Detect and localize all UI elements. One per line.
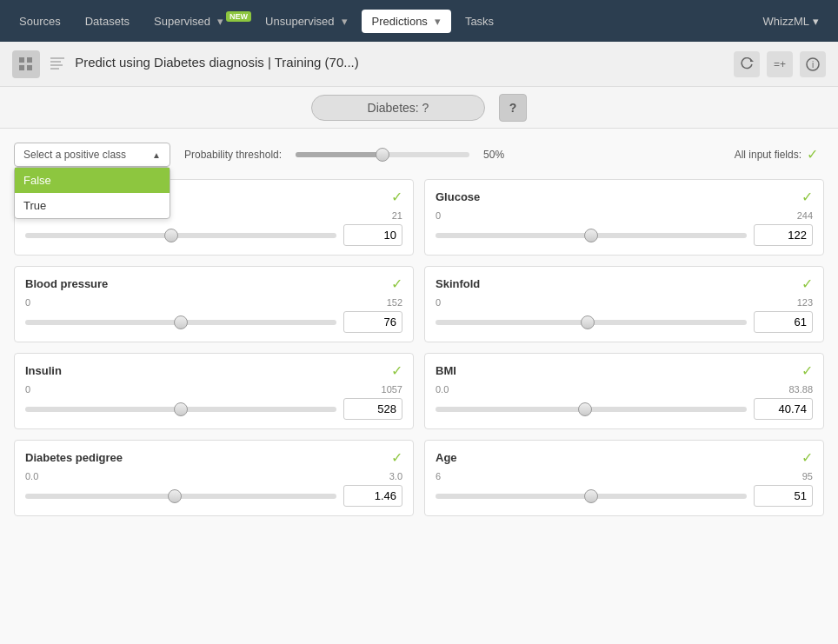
field-card-blood_pressure: Blood pressure ✓ 0 152 [14,266,414,342]
field-thumb-insulin[interactable] [174,402,188,416]
field-range-glucose: 0 244 [436,210,813,221]
field-min-skinfold: 0 [436,297,441,308]
field-check-skinfold[interactable]: ✓ [801,276,813,292]
field-card-age: Age ✓ 6 95 [424,440,824,516]
field-value-skinfold[interactable] [754,311,813,333]
fields-grid: ✓ 0 21 Glucose ✓ 0 244 Blo [14,179,824,516]
field-min-blood_pressure: 0 [25,297,30,308]
field-thumb-age[interactable] [584,489,598,503]
secondary-bar: Predict using Diabetes diagnosis | Train… [0,42,838,87]
svg-rect-7 [50,68,59,70]
code-icon[interactable]: =+ [767,51,793,77]
field-track-unnamed[interactable] [25,233,336,238]
field-card-diabetes_pedigree: Diabetes pedigree ✓ 0.0 3.0 [14,440,414,516]
field-header-insulin: Insulin ✓ [25,362,402,379]
field-track-diabetes_pedigree[interactable] [25,494,336,499]
question-button[interactable]: ? [499,94,527,122]
field-value-glucose[interactable] [754,224,813,246]
field-track-bmi[interactable] [436,407,747,412]
svg-rect-5 [50,61,61,63]
field-thumb-glucose[interactable] [584,229,598,242]
svg-marker-8 [750,58,754,62]
field-value-age[interactable] [754,485,813,507]
dropdown-chevron [152,149,161,161]
threshold-slider-container[interactable] [296,152,469,157]
predict-target: Diabetes: ? [311,95,485,121]
field-value-unnamed[interactable] [343,224,402,246]
unsupervised-chevron: ▾ [342,15,348,28]
field-thumb-skinfold[interactable] [581,315,595,329]
predict-bar: Diabetes: ? ? [0,87,838,129]
field-range-skinfold: 0 123 [436,297,813,308]
svg-rect-1 [27,57,32,63]
field-name-insulin: Insulin [25,364,62,377]
field-card-skinfold: Skinfold ✓ 0 123 [424,266,824,342]
svg-rect-2 [19,65,24,70]
field-check-unnamed[interactable]: ✓ [391,189,402,205]
info-icon[interactable]: i [800,51,826,77]
field-check-blood_pressure[interactable]: ✓ [391,276,402,292]
field-slider-row-unnamed [25,224,402,246]
field-min-insulin: 0 [25,384,30,395]
field-track-age[interactable] [436,494,747,499]
field-thumb-diabetes_pedigree[interactable] [168,489,182,503]
main-content: Select a positive class False True Proba… [0,129,838,644]
field-min-bmi: 0.0 [436,384,449,395]
field-name-diabetes_pedigree: Diabetes pedigree [25,451,123,464]
nav-tasks[interactable]: Tasks [455,10,504,33]
field-thumb-unnamed[interactable] [164,229,178,242]
field-card-glucose: Glucose ✓ 0 244 [424,179,824,256]
field-name-glucose: Glucose [436,190,480,203]
nav-unsupervised[interactable]: Unsupervised ▾ [255,10,358,33]
field-value-insulin[interactable] [343,398,402,420]
field-slider-row-age [436,485,813,507]
grid-icon[interactable] [12,50,40,78]
svg-rect-0 [19,57,24,63]
field-check-insulin[interactable]: ✓ [391,362,402,379]
nav-predictions[interactable]: Predictions ▾ [362,10,451,33]
all-fields-check-icon[interactable]: ✓ [807,146,824,163]
field-header-age: Age ✓ [436,449,813,466]
field-track-glucose[interactable] [436,233,747,238]
svg-rect-3 [27,65,32,70]
threshold-track[interactable] [296,152,469,157]
field-thumb-blood_pressure[interactable] [174,315,188,329]
field-range-age: 6 95 [436,471,813,481]
field-max-insulin: 1057 [382,384,402,395]
field-check-bmi[interactable]: ✓ [801,362,813,379]
field-range-blood_pressure: 0 152 [25,297,402,308]
field-thumb-bmi[interactable] [578,402,592,416]
dropdown-trigger[interactable]: Select a positive class [14,143,170,167]
page-title: Predict using Diabetes diagnosis | Train… [49,55,725,72]
dropdown-option-false[interactable]: False [15,168,170,193]
field-check-age[interactable]: ✓ [801,449,813,466]
field-check-diabetes_pedigree[interactable]: ✓ [391,449,402,466]
field-value-diabetes_pedigree[interactable] [343,485,402,507]
dropdown-option-true[interactable]: True [15,193,170,218]
field-range-insulin: 0 1057 [25,384,402,395]
nav-supervised[interactable]: Supervised NEW ▾ [143,10,251,33]
predictions-chevron: ▾ [435,15,441,28]
field-check-glucose[interactable]: ✓ [801,189,813,205]
field-max-skinfold: 123 [797,297,813,308]
svg-rect-4 [50,57,64,59]
field-value-blood_pressure[interactable] [343,311,402,333]
nav-sources[interactable]: Sources [9,10,71,33]
field-track-skinfold[interactable] [436,320,747,325]
nav-datasets[interactable]: Datasets [75,10,140,33]
field-header-skinfold: Skinfold ✓ [436,276,813,292]
positive-class-dropdown[interactable]: Select a positive class False True [14,143,170,167]
nav-user[interactable]: WhizzML ▾ [753,10,829,33]
field-value-bmi[interactable] [754,398,813,420]
field-slider-row-diabetes_pedigree [25,485,402,507]
field-header-diabetes_pedigree: Diabetes pedigree ✓ [25,449,402,466]
field-track-blood_pressure[interactable] [25,320,336,325]
field-range-bmi: 0.0 83.88 [436,384,813,395]
field-range-diabetes_pedigree: 0.0 3.0 [25,471,402,481]
threshold-thumb[interactable] [376,148,389,162]
field-min-diabetes_pedigree: 0.0 [25,471,38,481]
refresh-icon[interactable] [734,51,760,77]
field-max-bmi: 83.88 [788,384,813,395]
field-track-insulin[interactable] [25,407,336,412]
new-badge: NEW [226,11,251,22]
